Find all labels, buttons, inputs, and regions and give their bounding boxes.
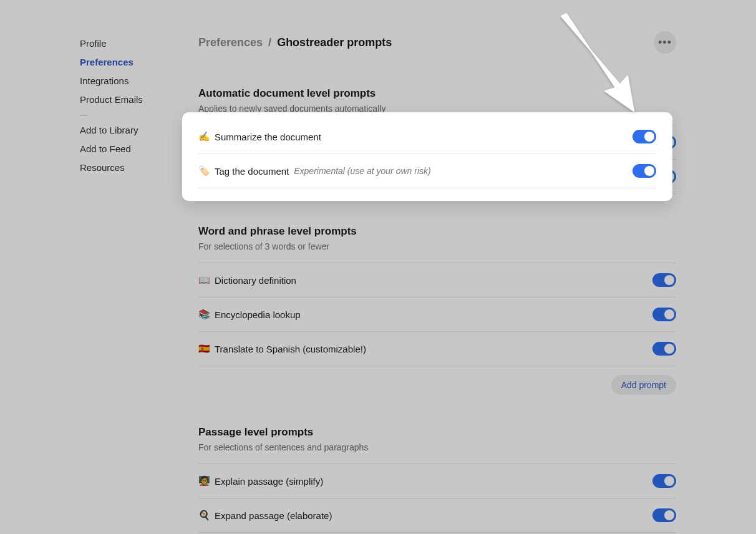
section-subtitle: For selections of 3 words or fewer (198, 241, 676, 251)
prompt-label: 📚 Encyclopedia lookup (198, 309, 301, 320)
breadcrumb-parent[interactable]: Preferences (198, 36, 263, 49)
prompt-badge: Experimental (use at your own risk) (294, 166, 430, 176)
prompt-text: Summarize the document (215, 132, 321, 142)
label-icon: 🏷️ (198, 165, 210, 177)
highlight-card: ✍️ Summarize the document 🏷️ Tag the doc… (182, 112, 672, 201)
toggle-explain[interactable] (652, 474, 676, 488)
more-icon: ••• (658, 36, 672, 49)
sidebar-item-add-to-library[interactable]: Add to Library (80, 121, 181, 140)
book-icon: 📖 (198, 274, 210, 286)
section-title: Automatic document level prompts (198, 87, 676, 100)
section-subtitle: For selections of sentences and paragrap… (198, 442, 676, 452)
prompt-text: Encyclopedia lookup (215, 309, 301, 320)
prompt-row-translate[interactable]: 🇪🇸 Translate to Spanish (customizable!) (198, 332, 676, 366)
more-button[interactable]: ••• (654, 31, 676, 54)
sidebar-item-profile[interactable]: Profile (80, 34, 181, 53)
sidebar-item-add-to-feed[interactable]: Add to Feed (80, 140, 181, 158)
prompt-label: ✍️ Summarize the document (198, 131, 321, 142)
prompt-label: 🧑‍🏫 Explain passage (simplify) (198, 475, 323, 487)
flag-spain-icon: 🇪🇸 (198, 343, 210, 354)
prompt-text: Translate to Spanish (customizable!) (215, 344, 366, 354)
breadcrumb: Preferences / Ghostreader prompts (198, 36, 392, 49)
toggle-summarize-spotlight[interactable] (632, 130, 656, 143)
prompt-list-word: 📖 Dictionary definition 📚 Encyclopedia l… (198, 263, 676, 366)
prompt-row-encyclopedia[interactable]: 📚 Encyclopedia lookup (198, 298, 676, 332)
section-title: Passage level prompts (198, 426, 676, 439)
teacher-icon: 🧑‍🏫 (198, 475, 210, 487)
section-passage: Passage level prompts For selections of … (198, 426, 676, 534)
prompt-text: Tag the document (215, 166, 289, 177)
prompt-row-dictionary[interactable]: 📖 Dictionary definition (198, 263, 676, 298)
writing-hand-icon: ✍️ (198, 131, 210, 142)
sidebar: Profile Preferences Integrations Product… (0, 0, 181, 534)
sidebar-item-preferences[interactable]: Preferences (80, 53, 181, 72)
prompt-label: 🇪🇸 Translate to Spanish (customizable!) (198, 343, 366, 354)
prompt-row-expand[interactable]: 🍳 Expand passage (elaborate) (198, 498, 676, 533)
breadcrumb-sep: / (268, 36, 271, 49)
toggle-translate[interactable] (652, 342, 676, 356)
prompt-label: 🏷️ Tag the document Experimental (use at… (198, 165, 431, 177)
sidebar-divider (80, 115, 87, 115)
prompt-text: Explain passage (simplify) (215, 476, 323, 487)
prompt-text: Expand passage (elaborate) (215, 510, 332, 521)
prompt-text: Dictionary definition (215, 275, 296, 286)
sidebar-item-product-emails[interactable]: Product Emails (80, 90, 181, 109)
main-content: Preferences / Ghostreader prompts ••• Au… (181, 0, 756, 534)
toggle-encyclopedia[interactable] (652, 308, 676, 321)
breadcrumb-current: Ghostreader prompts (277, 36, 392, 49)
toggle-dictionary[interactable] (652, 273, 676, 287)
books-icon: 📚 (198, 309, 210, 320)
prompt-row-explain[interactable]: 🧑‍🏫 Explain passage (simplify) (198, 464, 676, 498)
prompt-row-summarize-spotlight[interactable]: ✍️ Summarize the document (198, 120, 656, 154)
toggle-expand[interactable] (652, 508, 676, 522)
prompt-list-passage: 🧑‍🏫 Explain passage (simplify) 🍳 Expand … (198, 464, 676, 534)
sidebar-item-resources[interactable]: Resources (80, 158, 181, 177)
section-title: Word and phrase level prompts (198, 225, 676, 238)
prompt-label: 🍳 Expand passage (elaborate) (198, 510, 332, 521)
prompt-label: 📖 Dictionary definition (198, 274, 296, 286)
page-header: Preferences / Ghostreader prompts ••• (198, 31, 676, 54)
sidebar-item-integrations[interactable]: Integrations (80, 72, 181, 90)
toggle-tag-spotlight[interactable] (632, 164, 656, 178)
section-word: Word and phrase level prompts For select… (198, 225, 676, 395)
pan-icon: 🍳 (198, 510, 210, 521)
add-prompt-button[interactable]: Add prompt (611, 375, 676, 395)
prompt-row-tag-spotlight[interactable]: 🏷️ Tag the document Experimental (use at… (198, 154, 656, 188)
